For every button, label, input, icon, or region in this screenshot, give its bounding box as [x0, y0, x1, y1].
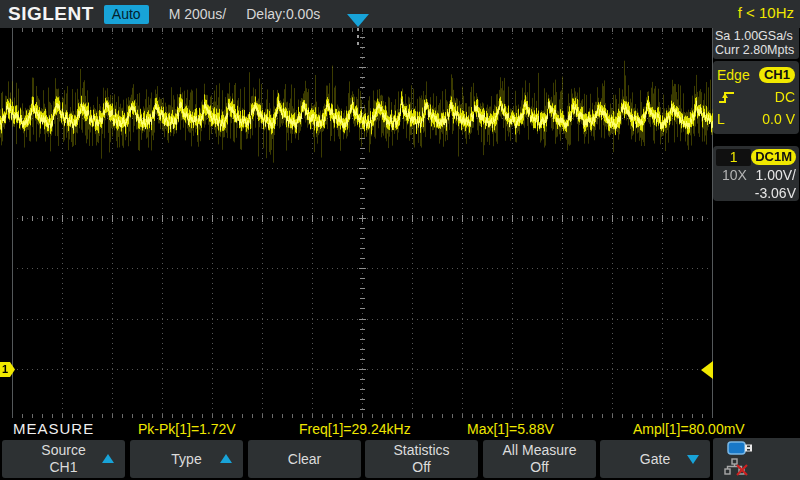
trigger-position-marker[interactable]	[347, 14, 369, 27]
memory-depth-readout: Curr 2.80Mpts	[715, 43, 799, 57]
softkey-source-value: CH1	[49, 459, 77, 476]
softkey-statistics-value: Off	[412, 459, 430, 476]
vertical-scale-readout: 1.00V/	[756, 167, 796, 183]
probe-attenuation-readout: 10X	[722, 167, 747, 183]
softkey-source-button[interactable]: Source CH1	[2, 440, 125, 478]
measure-ampl: Ampl[1]=80.00mV	[633, 421, 745, 437]
softkey-allmeasure-value: Off	[530, 459, 548, 476]
lan-disconnected-icon	[724, 458, 756, 476]
trigger-level-readout: 0.0 V	[762, 111, 795, 127]
vertical-offset-readout: -3.06V	[755, 185, 796, 201]
measure-pkpk: Pk-Pk[1]=1.72V	[138, 421, 236, 437]
trigger-level-marker[interactable]	[701, 361, 713, 379]
trigger-position-dash-line	[357, 28, 359, 46]
measure-max: Max[1]=5.88V	[467, 421, 554, 437]
siglent-logo: SIGLENT	[8, 3, 94, 25]
rising-edge-icon	[717, 89, 737, 105]
connectivity-status-panel	[713, 438, 800, 480]
softkey-clear-label: Clear	[288, 451, 321, 468]
softkey-statistics-button[interactable]: Statistics Off	[365, 440, 478, 478]
ch1-waveform-trace	[0, 28, 713, 419]
ch1-marker-number: 1	[2, 363, 8, 375]
timebase-readout[interactable]: M 200us/	[169, 6, 227, 22]
up-arrow-icon	[220, 454, 232, 463]
frequency-counter: f < 10Hz	[738, 4, 794, 21]
ch1-ground-level-marker[interactable]: 1	[0, 362, 16, 377]
measure-freq: Freq[1]=29.24kHz	[299, 421, 411, 437]
usb-icon	[727, 441, 755, 456]
softkey-gate-label: Gate	[640, 451, 670, 468]
acquisition-info-panel: Sa 1.00GSa/s Curr 2.80Mpts	[713, 28, 799, 59]
trigger-source-badge: CH1	[759, 67, 795, 83]
trigger-coupling-readout: DC	[775, 89, 795, 105]
channel-number-box: 1	[716, 149, 751, 166]
trigger-level-label: L	[717, 111, 725, 127]
softkey-allmeasure-button[interactable]: All Measure Off	[483, 440, 596, 478]
channel-coupling-badge: DC1M	[751, 149, 796, 165]
sample-rate-readout: Sa 1.00GSa/s	[715, 29, 799, 43]
softkey-allmeasure-label: All Measure	[503, 442, 577, 459]
measure-title: MEASURE	[13, 420, 94, 437]
channel1-info-panel[interactable]: 1 DC1M 10X 1.00V/ -3.06V	[713, 146, 799, 201]
trigger-info-panel[interactable]: Edge CH1 DC L 0.0 V	[713, 61, 799, 134]
up-arrow-icon	[102, 454, 114, 463]
trigger-delay-readout[interactable]: Delay:0.00s	[246, 6, 320, 22]
softkey-type-button[interactable]: Type	[130, 440, 243, 478]
softkey-statistics-label: Statistics	[393, 442, 449, 459]
acquisition-mode-badge[interactable]: Auto	[104, 5, 149, 24]
top-status-bar: SIGLENT Auto M 200us/ Delay:0.00s f < 10…	[0, 0, 800, 28]
softkey-gate-button[interactable]: Gate	[600, 440, 710, 478]
down-arrow-icon	[687, 455, 699, 464]
softkey-clear-button[interactable]: Clear	[248, 440, 361, 478]
trigger-type-label: Edge	[717, 67, 750, 83]
softkey-source-label: Source	[41, 442, 85, 459]
softkey-type-label: Type	[171, 451, 201, 468]
measure-results-bar: MEASURE Pk-Pk[1]=1.72V Freq[1]=29.24kHz …	[0, 418, 800, 438]
